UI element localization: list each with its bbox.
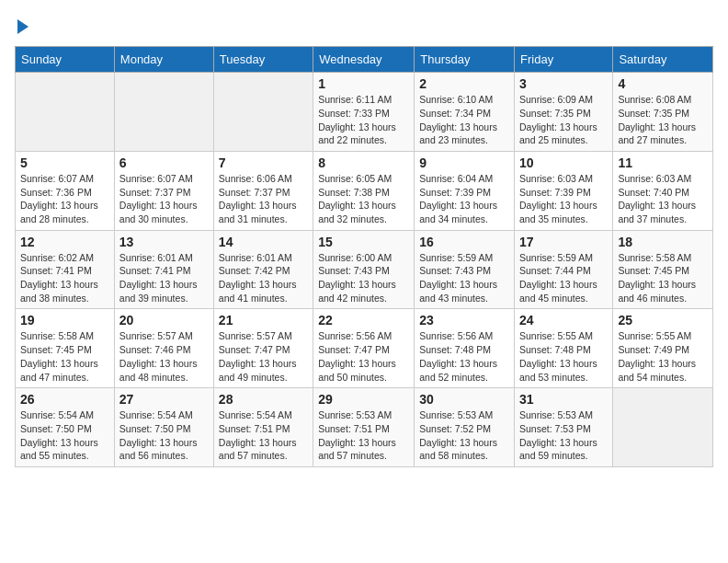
header-sunday: Sunday: [16, 47, 115, 73]
week-row-4: 26Sunrise: 5:54 AM Sunset: 7:50 PM Dayli…: [16, 388, 713, 467]
day-info: Sunrise: 6:05 AM Sunset: 7:38 PM Dayligh…: [318, 172, 409, 226]
day-info: Sunrise: 6:00 AM Sunset: 7:43 PM Dayligh…: [318, 251, 409, 305]
day-info: Sunrise: 5:57 AM Sunset: 7:46 PM Dayligh…: [119, 329, 209, 384]
day-number: 30: [419, 392, 509, 407]
day-number: 12: [20, 235, 109, 249]
day-number: 21: [219, 313, 308, 327]
calendar-table: SundayMondayTuesdayWednesdayThursdayFrid…: [15, 46, 713, 467]
header-wednesday: Wednesday: [313, 47, 415, 73]
calendar-cell: 28Sunrise: 5:54 AM Sunset: 7:51 PM Dayli…: [213, 388, 313, 467]
day-number: 6: [119, 155, 209, 170]
week-row-2: 12Sunrise: 6:02 AM Sunset: 7:41 PM Dayli…: [16, 230, 713, 309]
day-info: Sunrise: 6:01 AM Sunset: 7:41 PM Dayligh…: [119, 251, 209, 305]
day-number: 3: [519, 76, 608, 91]
day-info: Sunrise: 5:53 AM Sunset: 7:53 PM Dayligh…: [519, 408, 608, 463]
day-info: Sunrise: 5:54 AM Sunset: 7:50 PM Dayligh…: [119, 408, 209, 463]
day-info: Sunrise: 6:06 AM Sunset: 7:37 PM Dayligh…: [219, 172, 308, 226]
calendar-cell: [613, 388, 713, 467]
day-number: 15: [318, 235, 409, 249]
day-info: Sunrise: 5:56 AM Sunset: 7:47 PM Dayligh…: [318, 329, 409, 384]
day-info: Sunrise: 5:56 AM Sunset: 7:48 PM Dayligh…: [419, 329, 509, 384]
day-number: 7: [219, 155, 308, 170]
day-number: 18: [618, 235, 708, 249]
header-monday: Monday: [114, 47, 213, 73]
day-number: 22: [318, 313, 409, 327]
calendar-cell: 21Sunrise: 5:57 AM Sunset: 7:47 PM Dayli…: [213, 309, 313, 388]
day-number: 1: [318, 76, 409, 91]
calendar-cell: 22Sunrise: 5:56 AM Sunset: 7:47 PM Dayli…: [313, 309, 415, 388]
day-number: 29: [318, 392, 409, 407]
day-info: Sunrise: 6:03 AM Sunset: 7:40 PM Dayligh…: [618, 172, 708, 226]
calendar-cell: 24Sunrise: 5:55 AM Sunset: 7:48 PM Dayli…: [515, 309, 613, 388]
day-info: Sunrise: 6:07 AM Sunset: 7:36 PM Dayligh…: [20, 172, 109, 226]
header-thursday: Thursday: [415, 47, 515, 73]
day-info: Sunrise: 5:59 AM Sunset: 7:43 PM Dayligh…: [419, 251, 509, 305]
calendar-cell: 29Sunrise: 5:53 AM Sunset: 7:51 PM Dayli…: [313, 388, 415, 467]
day-info: Sunrise: 5:54 AM Sunset: 7:51 PM Dayligh…: [219, 408, 308, 463]
calendar-cell: 25Sunrise: 5:55 AM Sunset: 7:49 PM Dayli…: [613, 309, 713, 388]
day-info: Sunrise: 6:09 AM Sunset: 7:35 PM Dayligh…: [519, 93, 608, 147]
day-info: Sunrise: 5:58 AM Sunset: 7:45 PM Dayligh…: [20, 329, 109, 384]
calendar-cell: 27Sunrise: 5:54 AM Sunset: 7:50 PM Dayli…: [114, 388, 213, 467]
day-info: Sunrise: 5:55 AM Sunset: 7:48 PM Dayligh…: [519, 329, 608, 384]
logo-text: [15, 15, 28, 37]
calendar-cell: 1Sunrise: 6:11 AM Sunset: 7:33 PM Daylig…: [313, 73, 415, 152]
day-number: 2: [419, 76, 509, 91]
calendar-cell: 6Sunrise: 6:07 AM Sunset: 7:37 PM Daylig…: [114, 151, 213, 230]
day-info: Sunrise: 5:53 AM Sunset: 7:52 PM Dayligh…: [419, 408, 509, 463]
calendar-cell: 7Sunrise: 6:06 AM Sunset: 7:37 PM Daylig…: [213, 151, 313, 230]
day-info: Sunrise: 5:54 AM Sunset: 7:50 PM Dayligh…: [20, 408, 109, 463]
day-info: Sunrise: 5:57 AM Sunset: 7:47 PM Dayligh…: [219, 329, 308, 384]
calendar-cell: 4Sunrise: 6:08 AM Sunset: 7:35 PM Daylig…: [613, 73, 713, 152]
calendar-cell: 15Sunrise: 6:00 AM Sunset: 7:43 PM Dayli…: [313, 230, 415, 309]
day-number: 11: [618, 155, 708, 170]
day-number: 8: [318, 155, 409, 170]
calendar-cell: [16, 73, 115, 152]
logo: [15, 15, 28, 37]
day-number: 23: [419, 313, 509, 327]
day-info: Sunrise: 6:04 AM Sunset: 7:39 PM Dayligh…: [419, 172, 509, 226]
day-info: Sunrise: 6:01 AM Sunset: 7:42 PM Dayligh…: [219, 251, 308, 305]
calendar-header-row: SundayMondayTuesdayWednesdayThursdayFrid…: [16, 47, 713, 73]
week-row-0: 1Sunrise: 6:11 AM Sunset: 7:33 PM Daylig…: [16, 73, 713, 152]
header-friday: Friday: [515, 47, 613, 73]
calendar-cell: 26Sunrise: 5:54 AM Sunset: 7:50 PM Dayli…: [16, 388, 115, 467]
page-header: [15, 15, 713, 37]
header-tuesday: Tuesday: [213, 47, 313, 73]
calendar-cell: 18Sunrise: 5:58 AM Sunset: 7:45 PM Dayli…: [613, 230, 713, 309]
day-number: 4: [618, 76, 708, 91]
calendar-cell: [213, 73, 313, 152]
day-info: Sunrise: 5:58 AM Sunset: 7:45 PM Dayligh…: [618, 251, 708, 305]
calendar-cell: 19Sunrise: 5:58 AM Sunset: 7:45 PM Dayli…: [16, 309, 115, 388]
calendar-cell: 31Sunrise: 5:53 AM Sunset: 7:53 PM Dayli…: [515, 388, 613, 467]
day-number: 25: [618, 313, 708, 327]
day-number: 31: [519, 392, 608, 407]
day-number: 13: [119, 235, 209, 249]
calendar-cell: 17Sunrise: 5:59 AM Sunset: 7:44 PM Dayli…: [515, 230, 613, 309]
day-info: Sunrise: 6:07 AM Sunset: 7:37 PM Dayligh…: [119, 172, 209, 226]
day-number: 17: [519, 235, 608, 249]
calendar-cell: 13Sunrise: 6:01 AM Sunset: 7:41 PM Dayli…: [114, 230, 213, 309]
calendar-cell: 9Sunrise: 6:04 AM Sunset: 7:39 PM Daylig…: [415, 151, 515, 230]
day-number: 19: [20, 313, 109, 327]
day-number: 20: [119, 313, 209, 327]
day-number: 14: [219, 235, 308, 249]
day-number: 26: [20, 392, 109, 407]
calendar-cell: 30Sunrise: 5:53 AM Sunset: 7:52 PM Dayli…: [415, 388, 515, 467]
calendar-cell: [114, 73, 213, 152]
calendar-cell: 3Sunrise: 6:09 AM Sunset: 7:35 PM Daylig…: [515, 73, 613, 152]
day-info: Sunrise: 5:59 AM Sunset: 7:44 PM Dayligh…: [519, 251, 608, 305]
week-row-1: 5Sunrise: 6:07 AM Sunset: 7:36 PM Daylig…: [16, 151, 713, 230]
day-number: 16: [419, 235, 509, 249]
day-info: Sunrise: 5:55 AM Sunset: 7:49 PM Dayligh…: [618, 329, 708, 384]
day-info: Sunrise: 5:53 AM Sunset: 7:51 PM Dayligh…: [318, 408, 409, 463]
day-number: 28: [219, 392, 308, 407]
logo-arrow-icon: [17, 19, 28, 34]
calendar-cell: 11Sunrise: 6:03 AM Sunset: 7:40 PM Dayli…: [613, 151, 713, 230]
calendar-cell: 10Sunrise: 6:03 AM Sunset: 7:39 PM Dayli…: [515, 151, 613, 230]
day-number: 9: [419, 155, 509, 170]
day-number: 24: [519, 313, 608, 327]
calendar-cell: 23Sunrise: 5:56 AM Sunset: 7:48 PM Dayli…: [415, 309, 515, 388]
calendar-cell: 12Sunrise: 6:02 AM Sunset: 7:41 PM Dayli…: [16, 230, 115, 309]
day-info: Sunrise: 6:02 AM Sunset: 7:41 PM Dayligh…: [20, 251, 109, 305]
